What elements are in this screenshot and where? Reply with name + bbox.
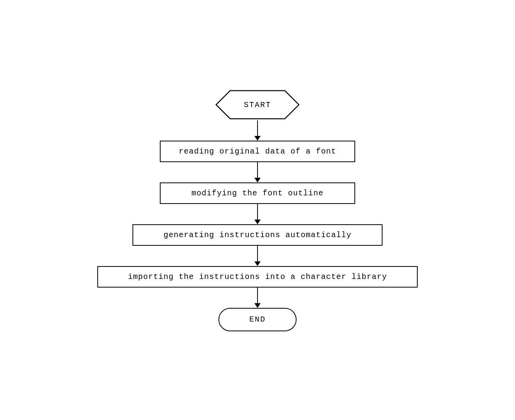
arrow-line-3 <box>257 204 258 220</box>
step-4-box: importing the instructions into a charac… <box>97 266 418 288</box>
arrow-2 <box>254 162 261 182</box>
arrow-line-4 <box>257 246 258 261</box>
end-label: END <box>249 315 266 324</box>
arrow-head <box>254 136 261 141</box>
flowchart: START reading original data of a font mo… <box>97 89 418 331</box>
step-3-label: generating instructions automatically <box>163 231 351 239</box>
arrow-head-2 <box>254 178 261 182</box>
step-3-box: generating instructions automatically <box>132 224 383 246</box>
start-node: START <box>215 89 300 120</box>
step-1-box: reading original data of a font <box>160 141 355 162</box>
arrow-head-3 <box>254 220 261 224</box>
arrow-head-5 <box>254 303 261 308</box>
arrow-line-5 <box>257 288 258 303</box>
arrow-line <box>257 120 258 136</box>
step-1-label: reading original data of a font <box>179 147 336 156</box>
start-label: START <box>244 100 271 109</box>
step-4-label: importing the instructions into a charac… <box>128 272 387 281</box>
step-2-box: modifying the font outline <box>160 182 355 204</box>
arrow-3 <box>254 204 261 224</box>
arrow-line-2 <box>257 162 258 178</box>
end-node: END <box>218 308 297 331</box>
arrow-head-4 <box>254 261 261 266</box>
step-2-label: modifying the font outline <box>191 189 324 198</box>
arrow-5 <box>254 288 261 308</box>
arrow-4 <box>254 246 261 266</box>
arrow-1 <box>254 120 261 141</box>
